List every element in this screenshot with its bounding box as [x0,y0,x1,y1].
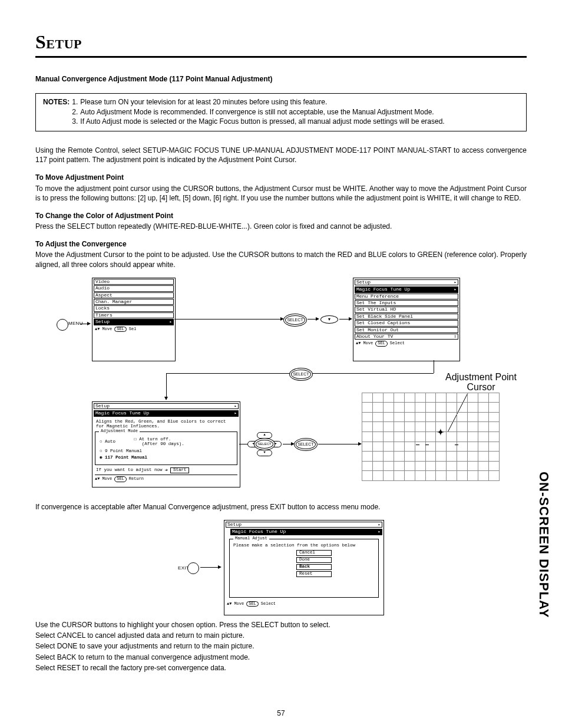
menu-item: Audio [95,286,110,291]
cursor-cross-icon: ✦ [437,428,444,437]
foot-move: Move [234,602,244,606]
paragraph-adjust: Move the Adjustment Cursor to the point … [35,250,527,269]
osd-main-menu: Video Audio Aspect Chan. Manager Locks T… [92,278,176,361]
updown-icon: ▲▼ [356,341,361,345]
dash-series: — [455,442,459,449]
foot-sel: Sel [129,327,137,331]
exit-button-icon [187,562,199,574]
sel-icon: SEL [114,476,127,482]
sel-icon: SEL [375,341,388,346]
tail-line: Select RESET to recall the factory pre-s… [35,663,527,673]
subheading: Manual Convergence Adjustment Mode (117 … [35,74,527,84]
tail-line: Select CANCEL to cancel adjusted data an… [35,631,527,640]
menu-item: Set Closed Captions [356,321,410,325]
menu-item-selected: Setup [95,319,110,324]
group-legend: Manual Adjust [233,536,269,541]
cursor-dpad-icon: ▲ ▼ ◀ ▶ SELECT [253,433,275,454]
heading-move: To Move Adjustment Point [35,173,527,182]
group-legend: Adjustment Mode [99,429,140,433]
radio-auto: ○ Auto [99,437,132,447]
foot-move: Move [102,327,112,331]
sel-icon: SEL [114,327,127,332]
menu-item: Locks [95,306,110,311]
select-button-icon: SELECT [291,370,311,379]
menu-item: Set Virtual HD [356,307,396,312]
menu-item: Aspect [95,293,113,298]
paragraph-color: Press the SELECT button repeatedly (WHIT… [35,222,527,231]
menu-item: Set Black Side Panel [356,314,413,319]
chevron-right-icon [234,404,237,409]
osd-subtitle: Magic Focus Tune Up [232,529,286,534]
notes-box: NOTES: 1. Please turn ON your television… [35,93,527,131]
osd-subtitle: Magic Focus Tune Up [95,411,149,416]
menu-item: Chan. Manager [95,299,132,304]
osd-description: Aligns the Red, Green, and Blue colors t… [96,419,236,429]
osd-instruction: Please make a selection from the options… [233,543,375,548]
chevron-right-icon [378,529,381,534]
cursor-down-icon: ▼ [320,315,338,324]
menu-item-selected: Magic Focus Tune Up [356,287,410,292]
select-button-icon: SELECT [296,440,316,449]
menu-item: Set Monitor Out [356,328,399,332]
diagram-region-1: MENU Video Audio Aspect Chan. Manager Lo… [33,278,524,493]
intro-paragraph: Using the Remote Control, select SETUP-M… [35,146,527,164]
convergence-grid: ✦ — — — [362,393,500,481]
foot-sel: Select [261,602,276,606]
menu-item: Set The Inputs [356,301,396,305]
adjustment-point-label: Adjustment PointCursor [445,372,517,393]
paragraph-after-grid: If convergence is acceptable after Manua… [35,502,527,512]
osd-title: Setup [95,404,110,409]
updown-icon: ▲▼ [95,327,100,331]
section-title: Setup [35,29,527,55]
side-label: ON-SCREEN DISPLAY [536,472,551,618]
option-cancel: Cancel [296,550,332,556]
note-num: 2. [71,107,79,117]
menu-item: Video [95,279,110,284]
notes-label: NOTES: [42,97,71,126]
dash-series: — — [416,442,430,449]
note-text: Please turn ON your television for at le… [79,97,445,107]
note-num: 3. [71,117,79,126]
radio-117point: ◉ 117 Point Manual [99,455,233,461]
chevron-right-icon [378,522,381,527]
osd-manual-adjust: Setup Magic Focus Tune Up Manual Adjust … [224,520,384,615]
note-num: 1. [71,97,79,107]
start-button: Start [170,467,190,473]
tail-line: Select BACK to return to the manual conv… [35,653,527,662]
arrow-right-icon: ➔ [165,468,168,473]
radio-9point: ○ 9 Point Manual [99,449,233,454]
note-text: Auto Adjustment Mode is recommended. If … [79,107,445,117]
foot-sel: Select [390,341,405,345]
chevron-right-icon [170,319,172,324]
menu-item: About Your TV [356,334,393,339]
page-number: 57 [0,709,562,717]
select-button-icon: SELECT [285,315,305,325]
paragraph-move: To move the adjustment point cursor usin… [35,184,527,203]
heading-color: To Change the Color of Adjustment Point [35,211,527,220]
heading-adjust: To Adjust the Convergence [35,239,527,249]
checkbox-turnoff: ☐ At turn off. (After 90 days). [133,437,233,447]
adjust-now-prompt: If you want to adjust now [96,468,163,473]
note-text: If Auto Adjust mode is selected or the M… [79,117,445,126]
osd-title: Setup [356,280,371,285]
select-button-icon: SELECT [256,440,273,449]
option-reset: Reset [296,571,332,577]
osd-setup-menu: Setup Magic Focus Tune Up Menu Preferenc… [353,278,460,361]
updown-icon: ▲▼ [95,477,100,481]
foot-move: Move [102,477,112,481]
updown-icon: ▲▼ [227,602,232,606]
menu-item: Timers [95,313,113,318]
menu-item: Menu Preference [356,294,399,299]
tail-line: Use the CURSOR buttons to highlight your… [35,620,527,630]
foot-move: Move [363,341,373,345]
option-done: Done [296,557,332,563]
osd-magic-focus: Setup Magic Focus Tune Up Aligns the Red… [92,401,240,487]
chevron-right-icon [454,287,457,292]
title-rule [35,56,527,58]
sel-icon: SEL [246,601,259,607]
adjustment-mode-group: Adjustment Mode ○ Auto ☐ At turn off. (A… [95,431,237,466]
osd-title: Setup [227,522,242,527]
manual-adjust-group: Manual Adjust Please make a selection fr… [229,539,379,598]
scroll-icon: ⇳ [454,334,457,339]
chevron-right-icon [454,280,457,285]
